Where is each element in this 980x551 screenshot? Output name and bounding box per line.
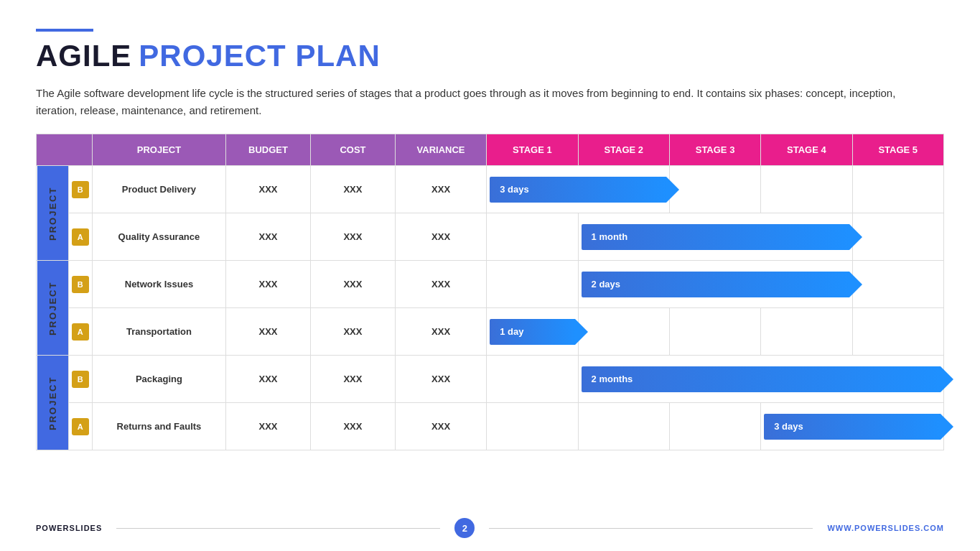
th-cost: COST bbox=[311, 134, 396, 166]
empty-stage-cell bbox=[487, 403, 578, 450]
arrow-cell: 3 days bbox=[761, 403, 944, 450]
arrow-cell: 2 months bbox=[578, 356, 943, 403]
row-badge: B bbox=[72, 371, 89, 388]
arrow-head bbox=[941, 366, 953, 392]
arrow-bar: 3 days bbox=[490, 177, 666, 203]
arrow-bar: 2 days bbox=[582, 272, 849, 297]
badge-cell: B bbox=[68, 261, 92, 308]
empty-stage-cell bbox=[487, 261, 578, 308]
th-stage3: STAGE 3 bbox=[669, 134, 760, 166]
title-row: AGILE PROJECT PLAN bbox=[36, 39, 944, 73]
empty-stage-cell bbox=[852, 166, 943, 213]
empty-stage-cell bbox=[578, 403, 669, 450]
row-budget: XXX bbox=[226, 403, 311, 450]
arrow-head bbox=[575, 319, 588, 345]
plan-table: PROJECT BUDGET COST VARIANCE STAGE 1 STA… bbox=[36, 134, 944, 450]
row-cost: XXX bbox=[311, 261, 396, 308]
arrow-head bbox=[849, 224, 862, 250]
table-row: PROJECTBProduct DeliveryXXXXXXXXX3 days bbox=[37, 166, 944, 213]
row-budget: XXX bbox=[226, 308, 311, 356]
arrow-cell: 3 days bbox=[487, 166, 670, 213]
slide: AGILE PROJECT PLAN The Agile software de… bbox=[0, 0, 980, 551]
row-name: Transportation bbox=[92, 308, 225, 356]
th-stage4: STAGE 4 bbox=[761, 134, 852, 166]
table-row: PROJECTBNetwork IssuesXXXXXXXXX2 days bbox=[37, 261, 944, 308]
row-name: Packaging bbox=[92, 356, 225, 403]
badge-cell: A bbox=[68, 213, 92, 261]
row-cost: XXX bbox=[311, 166, 396, 213]
row-badge: B bbox=[72, 276, 89, 293]
empty-stage-cell bbox=[761, 166, 852, 213]
th-stage5: STAGE 5 bbox=[852, 134, 943, 166]
project-group-2: PROJECT bbox=[37, 261, 69, 356]
row-budget: XXX bbox=[226, 213, 311, 261]
table-row: AReturns and FaultsXXXXXXXXX3 days bbox=[37, 403, 944, 450]
row-name: Quality Assurance bbox=[92, 213, 225, 261]
empty-stage-cell bbox=[669, 308, 760, 356]
empty-stage-cell bbox=[852, 213, 943, 261]
empty-stage-cell bbox=[761, 308, 852, 356]
project-group-1: PROJECT bbox=[37, 166, 69, 261]
header-row: PROJECT BUDGET COST VARIANCE STAGE 1 STA… bbox=[37, 134, 944, 166]
row-cost: XXX bbox=[311, 403, 396, 450]
footer: POWERSLIDES 2 WWW.POWERSLIDES.COM bbox=[36, 518, 944, 538]
row-cost: XXX bbox=[311, 213, 396, 261]
th-budget: BUDGET bbox=[226, 134, 311, 166]
row-variance: XXX bbox=[395, 166, 486, 213]
badge-cell: B bbox=[68, 356, 92, 403]
th-variance: VARIANCE bbox=[395, 134, 486, 166]
th-stage1: STAGE 1 bbox=[487, 134, 578, 166]
project-group-3: PROJECT bbox=[37, 356, 69, 450]
row-name: Returns and Faults bbox=[92, 403, 225, 450]
title-accent-line bbox=[36, 29, 93, 32]
table-row: ATransportationXXXXXXXXX1 day bbox=[37, 308, 944, 356]
row-variance: XXX bbox=[395, 261, 486, 308]
footer-brand: POWERSLIDES bbox=[36, 524, 102, 532]
row-badge: A bbox=[72, 228, 89, 246]
row-name: Product Delivery bbox=[92, 166, 225, 213]
title-area: AGILE PROJECT PLAN bbox=[36, 29, 944, 73]
empty-stage-cell bbox=[852, 261, 943, 308]
row-badge: A bbox=[72, 323, 89, 341]
row-variance: XXX bbox=[395, 403, 486, 450]
row-variance: XXX bbox=[395, 213, 486, 261]
table-row: AQuality AssuranceXXXXXXXXX1 month bbox=[37, 213, 944, 261]
row-variance: XXX bbox=[395, 308, 486, 356]
row-cost: XXX bbox=[311, 356, 396, 403]
arrow-head bbox=[849, 272, 862, 297]
th-stage2: STAGE 2 bbox=[578, 134, 669, 166]
row-variance: XXX bbox=[395, 356, 486, 403]
row-badge: B bbox=[72, 181, 89, 198]
footer-line-right bbox=[489, 528, 813, 529]
footer-url: WWW.POWERSLIDES.COM bbox=[827, 524, 944, 532]
arrow-cell: 1 day bbox=[487, 308, 578, 356]
row-budget: XXX bbox=[226, 166, 311, 213]
arrow-cell: 1 month bbox=[578, 213, 852, 261]
table-row: PROJECTBPackagingXXXXXXXXX2 months bbox=[37, 356, 944, 403]
arrow-bar: 1 month bbox=[582, 224, 849, 250]
empty-stage-cell bbox=[852, 308, 943, 356]
badge-cell: B bbox=[68, 166, 92, 213]
arrow-bar: 3 days bbox=[764, 414, 941, 440]
empty-stage-cell bbox=[669, 403, 760, 450]
badge-cell: A bbox=[68, 308, 92, 356]
arrow-cell: 2 days bbox=[578, 261, 852, 308]
title-part2: PROJECT PLAN bbox=[139, 39, 380, 73]
row-cost: XXX bbox=[311, 308, 396, 356]
empty-stage-cell bbox=[669, 166, 760, 213]
badge-cell: A bbox=[68, 403, 92, 450]
row-budget: XXX bbox=[226, 356, 311, 403]
arrow-bar: 2 months bbox=[582, 366, 941, 392]
row-badge: A bbox=[72, 418, 89, 435]
row-budget: XXX bbox=[226, 261, 311, 308]
empty-stage-cell bbox=[487, 213, 578, 261]
footer-page: 2 bbox=[454, 518, 475, 538]
th-project bbox=[37, 134, 93, 166]
th-project-label: PROJECT bbox=[92, 134, 225, 166]
arrow-bar: 1 day bbox=[490, 319, 574, 345]
footer-line-left bbox=[116, 528, 440, 529]
title-part1: AGILE bbox=[36, 39, 131, 73]
arrow-head bbox=[666, 177, 679, 203]
subtitle-text: The Agile software development life cycl… bbox=[36, 85, 897, 119]
empty-stage-cell bbox=[487, 356, 578, 403]
